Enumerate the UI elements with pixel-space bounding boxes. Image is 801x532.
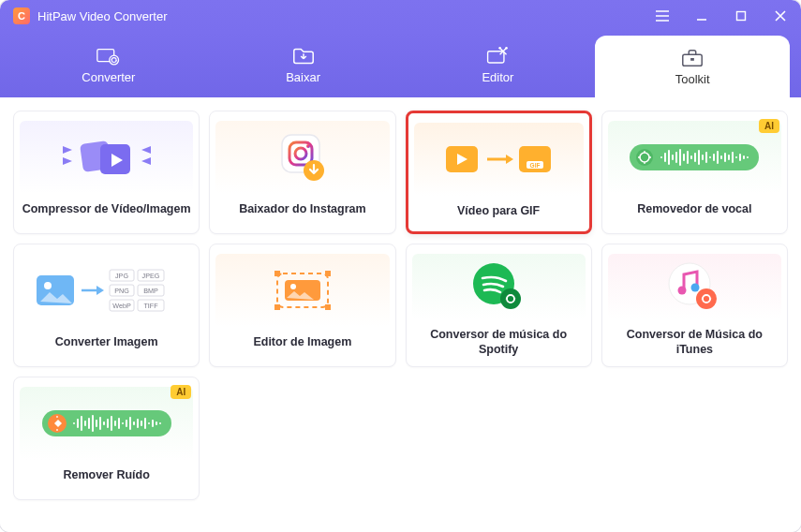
window-controls	[655, 8, 788, 23]
app-logo: C	[13, 7, 30, 24]
tool-label: Conversor de Música do iTunes	[608, 327, 781, 358]
tool-label: Conversor de música do Spotify	[412, 327, 586, 358]
maximize-button[interactable]	[734, 8, 749, 23]
spotify-illustration	[412, 254, 586, 319]
tool-image-converter[interactable]: JPG JPEG PNG BMP WebP TIFF Converter Ima…	[13, 244, 200, 367]
svg-rect-41	[274, 271, 280, 276]
svg-point-48	[500, 288, 521, 309]
tab-editor[interactable]: Editor	[401, 32, 596, 97]
tool-itunes-converter[interactable]: Conversor de Música do iTunes	[601, 244, 788, 367]
svg-rect-43	[274, 304, 280, 310]
svg-rect-7	[690, 58, 694, 61]
instagram-illustration	[215, 121, 389, 194]
image-editor-illustration	[215, 254, 389, 327]
tool-compressor[interactable]: Compressor de Vídeo/Imagem	[13, 111, 200, 234]
tab-converter[interactable]: Converter	[11, 32, 206, 97]
tool-label: Vídeo para GIF	[457, 203, 540, 218]
svg-text:PNG: PNG	[114, 287, 129, 295]
svg-text:TIFF: TIFF	[143, 302, 158, 310]
tab-label: Baixar	[286, 70, 320, 84]
tool-image-editor[interactable]: Editor de Imagem	[209, 244, 395, 367]
video-gif-illustration: GIF	[414, 123, 584, 196]
tool-label: Removedor de vocal	[637, 201, 751, 216]
converter-icon	[96, 46, 121, 66]
menu-icon[interactable]	[655, 8, 670, 23]
svg-point-14	[306, 144, 310, 148]
tool-label: Remover Ruído	[63, 467, 149, 482]
download-icon	[291, 46, 316, 66]
svg-marker-27	[96, 286, 104, 295]
itunes-illustration	[608, 254, 781, 319]
app-window: C HitPaw Video Converter Converter	[0, 0, 801, 532]
svg-text:WebP: WebP	[112, 302, 131, 310]
tool-spotify-converter[interactable]: Conversor de música do Spotify	[406, 244, 592, 367]
tab-toolkit[interactable]: Toolkit	[595, 36, 790, 97]
titlebar: C HitPaw Video Converter	[0, 0, 801, 32]
svg-point-5	[506, 47, 509, 50]
ai-badge: AI	[171, 385, 191, 399]
svg-point-52	[696, 288, 717, 309]
svg-text:JPG: JPG	[115, 272, 128, 280]
toolkit-icon	[680, 48, 705, 68]
toolkit-content: Compressor de Vídeo/Imagem Baixador do	[0, 97, 801, 532]
svg-point-51	[691, 283, 700, 291]
svg-marker-18	[506, 155, 513, 164]
svg-text:GIF: GIF	[530, 162, 541, 169]
tool-label: Compressor de Vídeo/Imagem	[22, 201, 191, 216]
noise-remover-illustration	[20, 387, 193, 460]
svg-point-46	[290, 284, 296, 289]
ai-badge: AI	[759, 119, 779, 133]
svg-text:JPEG: JPEG	[141, 272, 159, 280]
app-title: HitPaw Video Converter	[37, 9, 168, 23]
minimize-button[interactable]	[694, 8, 709, 23]
svg-rect-42	[325, 271, 331, 276]
svg-text:BMP: BMP	[143, 287, 158, 295]
svg-point-50	[678, 286, 687, 294]
tab-label: Toolkit	[675, 72, 710, 86]
tab-label: Converter	[82, 70, 135, 84]
tool-video-to-gif[interactable]: GIF Vídeo para GIF	[406, 111, 592, 234]
tool-noise-remover[interactable]: AI Remover Ruído	[13, 377, 200, 500]
svg-point-26	[44, 282, 52, 289]
editor-icon	[485, 46, 510, 66]
tab-baixar[interactable]: Baixar	[206, 32, 401, 97]
tool-label: Converter Imagem	[55, 334, 158, 349]
svg-point-2	[110, 55, 119, 65]
tool-instagram-downloader[interactable]: Baixador do Instagram	[209, 111, 395, 234]
tool-label: Editor de Imagem	[253, 334, 351, 349]
vocal-remover-illustration	[608, 121, 781, 194]
compressor-illustration	[20, 121, 193, 194]
image-converter-illustration: JPG JPEG PNG BMP WebP TIFF	[20, 254, 193, 327]
tool-grid: Compressor de Vídeo/Imagem Baixador do	[13, 111, 788, 500]
tabbar: Converter Baixar Editor Toolkit	[0, 32, 801, 97]
tab-label: Editor	[482, 70, 513, 84]
svg-rect-44	[325, 304, 331, 310]
tool-label: Baixador do Instagram	[239, 201, 365, 216]
svg-rect-0	[737, 12, 746, 21]
svg-point-4	[499, 47, 502, 50]
tool-vocal-remover[interactable]: AI Removedor de vocal	[601, 111, 788, 234]
close-button[interactable]	[773, 8, 788, 23]
